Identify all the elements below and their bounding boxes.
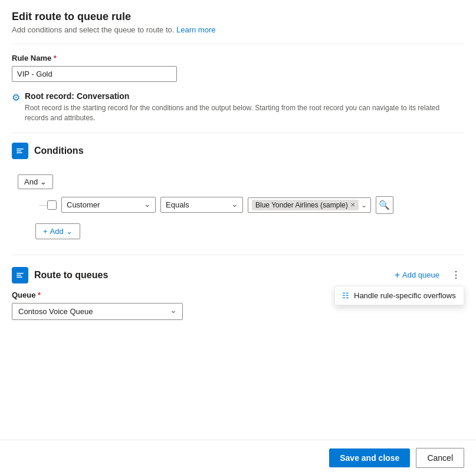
page-subtitle: Add conditions and select the queue to r… — [12, 25, 464, 34]
mid-divider — [12, 133, 464, 133]
condition-checkbox[interactable] — [47, 200, 57, 210]
route-divider — [12, 255, 464, 255]
overflow-icon: ☷ — [342, 291, 349, 300]
more-options-dropdown: ☷ Handle rule-specific overflows — [334, 286, 464, 305]
rule-name-label: Rule Name * — [12, 54, 464, 62]
queue-dropdown-wrapper: Contoso Voice Queue Default Queue Suppor… — [12, 303, 183, 320]
rule-name-input[interactable] — [12, 66, 177, 82]
add-queue-button[interactable]: + Add queue — [391, 268, 443, 283]
svg-rect-0 — [17, 149, 24, 150]
value-tag-chevron[interactable]: ⌄ — [361, 201, 367, 209]
field-dropdown-wrapper: Customer Status Channel Queue — [61, 197, 156, 213]
value-tag-close[interactable]: ✕ — [350, 202, 355, 208]
more-options-button[interactable]: ⋮ — [448, 267, 464, 283]
footer-bar: Save and close Cancel — [0, 440, 476, 475]
top-divider — [12, 44, 464, 44]
svg-rect-5 — [17, 276, 22, 278]
svg-rect-2 — [17, 152, 22, 153]
plus-icon: + — [43, 227, 48, 236]
route-queues-header: Route to queues + Add queue ⋮ ☷ Handle — [12, 267, 464, 283]
root-record-desc: Root record is the starting record for t… — [25, 103, 464, 123]
cancel-button[interactable]: Cancel — [416, 448, 464, 468]
conditions-icon — [12, 143, 28, 159]
conditions-title: Conditions — [34, 146, 84, 156]
route-queues-icon — [12, 267, 28, 283]
and-button[interactable]: And ⌄ — [18, 174, 53, 189]
add-condition-button[interactable]: + Add ⌄ — [35, 223, 80, 239]
search-button[interactable]: 🔍 — [376, 196, 393, 214]
route-queues-section: Route to queues + Add queue ⋮ ☷ Handle — [12, 267, 464, 320]
route-queues-header-right: + Add queue ⋮ ☷ Handle rule-specific ove… — [391, 267, 464, 283]
route-queues-title: Route to queues — [34, 270, 108, 281]
svg-rect-1 — [17, 150, 21, 151]
operator-dropdown[interactable]: Equals Does not equal Contains — [160, 197, 243, 213]
handle-overflows-menu-item[interactable]: ☷ Handle rule-specific overflows — [335, 286, 464, 305]
svg-rect-4 — [17, 275, 21, 276]
add-chevron-icon: ⌄ — [66, 227, 73, 236]
more-icon: ⋮ — [451, 269, 461, 281]
value-tag-text: Blue Yonder Airlines (sample) — [255, 201, 348, 209]
page-title: Edit route to queue rule — [12, 11, 464, 23]
chevron-down-icon: ⌄ — [40, 177, 47, 186]
root-record-section: ⚙ Root record: Conversation Root record … — [12, 91, 464, 123]
value-tag-container: Blue Yonder Airlines (sample) ✕ ⌄ — [248, 197, 371, 213]
search-icon: 🔍 — [379, 200, 390, 210]
conditions-section-header: Conditions — [12, 143, 464, 159]
save-close-button[interactable]: Save and close — [329, 448, 410, 467]
operator-dropdown-wrapper: Equals Does not equal Contains — [160, 197, 243, 213]
add-queue-plus-icon: + — [395, 270, 400, 281]
page-container: Edit route to queue rule Add conditions … — [0, 0, 476, 475]
condition-row: Customer Status Channel Queue Equals Doe… — [47, 196, 464, 214]
root-record-title: Root record: Conversation — [25, 91, 464, 101]
conditions-area: And ⌄ Customer Status Channel Queue — [12, 169, 464, 245]
svg-rect-3 — [17, 273, 24, 274]
route-queues-header-left: Route to queues — [12, 267, 108, 283]
main-content: Edit route to queue rule Add conditions … — [0, 0, 476, 475]
learn-more-link[interactable]: Learn more — [176, 25, 215, 34]
queue-dropdown[interactable]: Contoso Voice Queue Default Queue Suppor… — [12, 303, 183, 320]
root-record-icon: ⚙ — [12, 92, 20, 103]
field-dropdown[interactable]: Customer Status Channel Queue — [61, 197, 156, 213]
value-tag: Blue Yonder Airlines (sample) ✕ — [252, 200, 359, 210]
